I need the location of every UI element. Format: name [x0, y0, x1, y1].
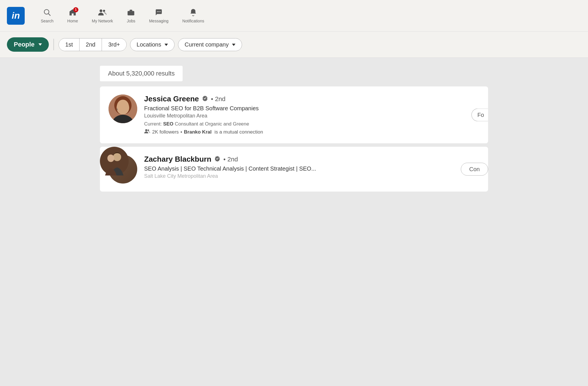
zachary-blackburn-degree: • 2nd [223, 156, 238, 163]
result-card-jessica-greene: Jessica Greene • 2nd Fractional SEO for … [100, 86, 488, 143]
filter-bar: People 1st 2nd 3rd+ Locations Current co… [0, 32, 588, 58]
people-filter-label: People [14, 41, 34, 48]
jessica-greene-verified-icon [202, 95, 208, 103]
jessica-greene-info: Jessica Greene • 2nd Fractional SEO for … [144, 94, 479, 135]
jessica-greene-name[interactable]: Jessica Greene [144, 94, 199, 103]
home-badge: 1 [73, 7, 78, 12]
jessica-greene-follow-button[interactable]: Fo [471, 109, 488, 121]
degree-3rd-button[interactable]: 3rd+ [102, 38, 126, 51]
svg-point-3 [103, 9, 105, 12]
main-nav: Search 1 Home My Network [34, 5, 581, 27]
nav-my-network[interactable]: My Network [85, 5, 120, 27]
svg-point-0 [44, 9, 49, 14]
jessica-greene-social: 2K followers • Branko Kral is a mutual c… [144, 129, 479, 135]
avatar-jessica-greene[interactable] [109, 94, 137, 123]
locations-chevron-icon [165, 44, 168, 46]
notifications-icon [189, 8, 197, 18]
search-label: Search [41, 19, 53, 23]
main-content: About 5,320,000 results [93, 58, 495, 203]
svg-rect-11 [117, 107, 121, 110]
current-company-chevron-icon [232, 44, 235, 46]
svg-rect-12 [122, 107, 126, 110]
locations-filter-button[interactable]: Locations [130, 38, 175, 51]
zachary-blackburn-info: Zachary Blackburn • 2nd SEO Analysis | S… [144, 155, 479, 182]
home-icon: 1 [69, 8, 77, 18]
nav-notifications[interactable]: Notifications [175, 5, 211, 27]
jessica-greene-name-row: Jessica Greene • 2nd [144, 94, 479, 103]
svg-point-14 [145, 129, 147, 131]
jobs-label: Jobs [127, 19, 136, 23]
people-chevron-icon [38, 43, 42, 46]
nav-messaging[interactable]: Messaging [142, 5, 175, 27]
svg-point-6 [158, 11, 159, 12]
my-network-label: My Network [92, 19, 113, 23]
svg-point-15 [148, 130, 149, 131]
nav-search[interactable]: Search [34, 5, 60, 27]
jobs-icon [127, 8, 135, 18]
messaging-label: Messaging [149, 19, 169, 23]
svg-rect-4 [128, 11, 134, 15]
degree-filter-group: 1st 2nd 3rd+ [59, 38, 127, 51]
zachary-blackburn-name-row: Zachary Blackburn • 2nd [144, 155, 479, 164]
nav-home[interactable]: 1 Home [60, 5, 85, 27]
zachary-blackburn-location: Salt Lake City Metropolitan Area [144, 173, 479, 179]
svg-point-2 [99, 9, 102, 12]
jessica-greene-location: Louisville Metropolitan Area [144, 113, 479, 119]
svg-point-7 [160, 11, 160, 12]
header: in Search 1 Home [0, 0, 588, 32]
locations-label: Locations [137, 41, 161, 48]
linkedin-logo[interactable]: in [7, 7, 25, 25]
logo-text: in [12, 10, 20, 21]
filter-divider [53, 39, 54, 50]
zachary-blackburn-name[interactable]: Zachary Blackburn [144, 155, 211, 164]
zachary-blackburn-action: Con [461, 163, 488, 176]
my-network-icon [98, 8, 107, 18]
degree-2nd-button[interactable]: 2nd [80, 38, 102, 51]
home-label: Home [67, 19, 78, 23]
jessica-greene-action: Fo [471, 109, 488, 121]
degree-1st-button[interactable]: 1st [59, 38, 80, 51]
jessica-greene-degree: • 2nd [211, 95, 226, 103]
result-card-zachary-blackburn: Zachary Blackburn • 2nd SEO Analysis | S… [100, 147, 488, 192]
current-company-filter-button[interactable]: Current company [178, 38, 242, 51]
search-icon [43, 8, 51, 18]
results-count: About 5,320,000 results [100, 66, 183, 81]
zachary-blackburn-connect-button[interactable]: Con [461, 163, 488, 176]
jessica-greene-headline: Fractional SEO for B2B Software Companie… [144, 105, 479, 112]
avatar-zachary-blackburn[interactable] [109, 155, 137, 184]
svg-line-1 [49, 13, 51, 16]
current-company-label: Current company [185, 41, 229, 48]
svg-point-5 [157, 11, 158, 12]
zachary-blackburn-verified-icon [214, 155, 220, 163]
zachary-blackburn-headline: SEO Analysis | SEO Technical Analysis | … [144, 165, 479, 172]
nav-jobs[interactable]: Jobs [120, 5, 142, 27]
notifications-label: Notifications [182, 19, 204, 23]
followers-icon [144, 129, 150, 135]
people-filter-button[interactable]: People [7, 37, 49, 52]
messaging-icon [155, 8, 163, 18]
svg-point-10 [117, 101, 129, 115]
svg-point-9 [114, 96, 131, 115]
jessica-greene-current: Current: SEO Consultant at Organic and G… [144, 121, 479, 127]
